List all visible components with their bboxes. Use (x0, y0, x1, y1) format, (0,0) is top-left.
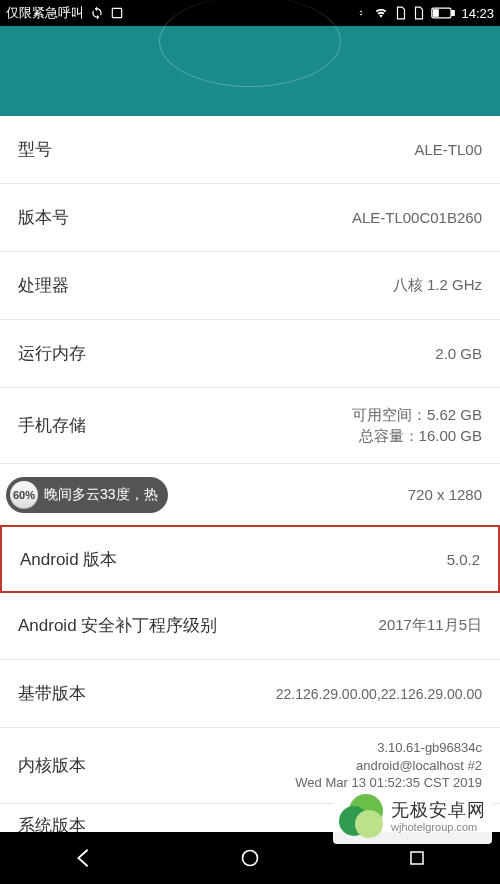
sim2-icon (413, 6, 425, 20)
watermark-logo-icon (339, 794, 385, 840)
value-resolution: 720 x 1280 (408, 486, 482, 503)
watermark: 无极安卓网 wjhotelgroup.com (333, 790, 492, 844)
row-storage[interactable]: 手机存储 可用空间：5.62 GB 总容量：16.00 GB (0, 388, 500, 464)
label-build: 版本号 (18, 206, 69, 229)
row-resolution[interactable]: 60% 晚间多云33度，热 720 x 1280 (0, 464, 500, 526)
label-kernel: 内核版本 (18, 754, 86, 777)
label-ram: 运行内存 (18, 342, 86, 365)
svg-rect-2 (452, 11, 454, 16)
clock-text: 14:23 (461, 6, 494, 21)
row-cpu[interactable]: 处理器 八核 1.2 GHz (0, 252, 500, 320)
sim1-icon (395, 6, 407, 20)
label-cpu: 处理器 (18, 274, 69, 297)
row-baseband[interactable]: 基带版本 22.126.29.00.00,22.126.29.00.00 (0, 660, 500, 728)
home-button[interactable] (235, 843, 265, 873)
screenshot-icon (110, 6, 124, 20)
value-ram: 2.0 GB (435, 345, 482, 362)
row-security-patch[interactable]: Android 安全补丁程序级别 2017年11月5日 (0, 592, 500, 660)
value-build: ALE-TL00C01B260 (352, 209, 482, 226)
svg-rect-0 (112, 8, 121, 17)
value-kernel: 3.10.61-gb96834c android@localhost #2 We… (295, 739, 482, 792)
value-baseband: 22.126.29.00.00,22.126.29.00.00 (276, 686, 482, 702)
about-header (0, 26, 500, 116)
about-phone-panel: 型号 ALE-TL00 版本号 ALE-TL00C01B260 处理器 八核 1… (0, 116, 500, 847)
back-button[interactable] (68, 843, 98, 873)
row-model[interactable]: 型号 ALE-TL00 (0, 116, 500, 184)
carrier-text: 仅限紧急呼叫 (6, 4, 84, 22)
row-build-number[interactable]: 版本号 ALE-TL00C01B260 (0, 184, 500, 252)
battery-icon (431, 7, 455, 19)
row-android-version[interactable]: Android 版本 5.0.2 (0, 525, 500, 593)
recent-apps-button[interactable] (402, 843, 432, 873)
svg-rect-5 (411, 852, 423, 864)
watermark-url: wjhotelgroup.com (391, 821, 486, 833)
value-storage: 可用空间：5.62 GB 总容量：16.00 GB (352, 405, 482, 446)
row-ram[interactable]: 运行内存 2.0 GB (0, 320, 500, 388)
data-icon (355, 7, 367, 19)
label-android: Android 版本 (20, 548, 117, 571)
wifi-icon (373, 6, 389, 20)
svg-rect-3 (434, 10, 439, 16)
bubble-percent: 60% (10, 481, 38, 509)
value-cpu: 八核 1.2 GHz (393, 276, 482, 295)
label-model: 型号 (18, 138, 52, 161)
label-storage: 手机存储 (18, 414, 86, 437)
bubble-text: 晚间多云33度，热 (44, 486, 158, 504)
value-patch: 2017年11月5日 (379, 616, 482, 635)
value-android: 5.0.2 (447, 551, 480, 568)
label-baseband: 基带版本 (18, 682, 86, 705)
weather-bubble: 60% 晚间多云33度，热 (6, 477, 168, 513)
watermark-title: 无极安卓网 (391, 801, 486, 821)
svg-point-4 (242, 851, 257, 866)
sync-icon (90, 6, 104, 20)
value-model: ALE-TL00 (414, 141, 482, 158)
label-patch: Android 安全补丁程序级别 (18, 614, 217, 637)
